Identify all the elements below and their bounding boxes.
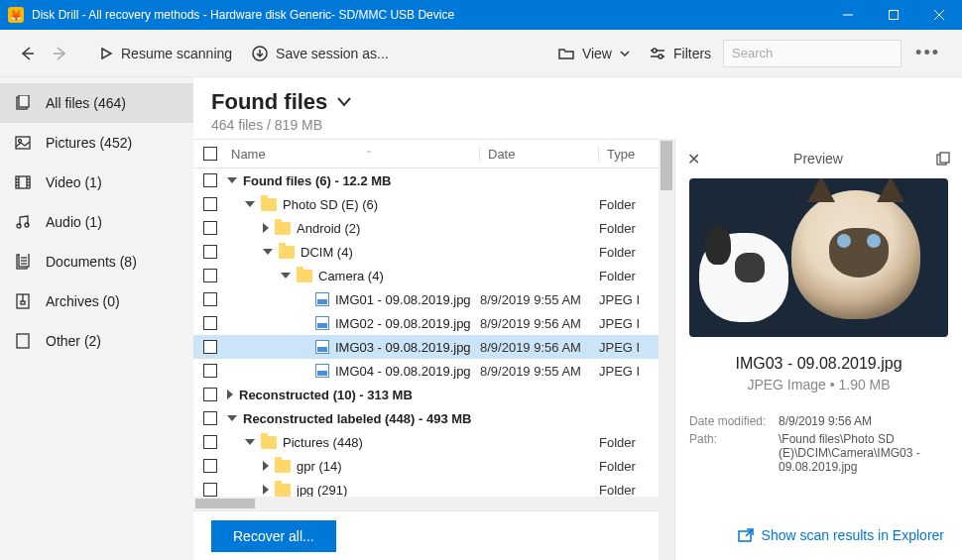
row-date: 8/9/2019 9:56 AM xyxy=(480,316,599,331)
recover-all-button[interactable]: Recover all... xyxy=(211,520,336,552)
sidebar-item-audio[interactable]: Audio (1) xyxy=(0,202,193,242)
row-checkbox[interactable] xyxy=(203,483,217,497)
collapse-icon[interactable] xyxy=(245,201,255,207)
path-value: \Found files\Photo SD (E)\DCIM\Camera\IM… xyxy=(779,432,948,474)
preview-image xyxy=(689,178,948,337)
tree-row[interactable]: Reconstructed (10) - 313 MB xyxy=(193,383,659,406)
row-checkbox[interactable] xyxy=(203,435,217,449)
footer: Recover all... xyxy=(193,510,659,560)
svg-point-25 xyxy=(25,223,29,227)
forward-button[interactable] xyxy=(46,38,75,69)
collapse-icon[interactable] xyxy=(227,177,237,183)
tree-row[interactable]: Pictures (448)Folder xyxy=(193,430,659,454)
row-type: Folder xyxy=(599,483,659,498)
picture-icon xyxy=(14,136,32,150)
row-checkbox[interactable] xyxy=(203,269,217,282)
tree-row[interactable]: jpg (291)Folder xyxy=(193,478,659,497)
column-type[interactable]: Type xyxy=(599,147,659,162)
tree-row[interactable]: gpr (14)Folder xyxy=(193,454,659,478)
audio-icon xyxy=(14,214,32,230)
row-name: IMG04 - 09.08.2019.jpg xyxy=(335,364,471,379)
preview-filename: IMG03 - 09.08.2019.jpg xyxy=(675,355,962,373)
show-in-explorer-button[interactable]: Show scan results in Explorer xyxy=(738,527,944,543)
row-type: Folder xyxy=(599,459,659,474)
row-checkbox[interactable] xyxy=(203,292,217,306)
row-checkbox[interactable] xyxy=(203,316,217,330)
sidebar-item-pictures[interactable]: Pictures (452) xyxy=(0,123,193,163)
tree-row[interactable]: Found files (6) - 12.2 MB xyxy=(193,168,659,192)
folder-icon xyxy=(279,246,295,259)
toolbar: Resume scanning Save session as... View … xyxy=(0,30,962,77)
row-name: Camera (4) xyxy=(318,269,384,283)
maximize-button[interactable] xyxy=(871,0,916,30)
row-type: Folder xyxy=(599,269,659,283)
tree-row[interactable]: IMG01 - 09.08.2019.jpg8/9/2019 9:55 AMJP… xyxy=(193,287,659,311)
resume-scanning-button[interactable]: Resume scanning xyxy=(91,38,240,69)
row-name: Photo SD (E) (6) xyxy=(283,197,378,212)
row-name: Pictures (448) xyxy=(283,435,363,450)
collapse-icon[interactable] xyxy=(281,273,291,279)
tree-row[interactable]: IMG02 - 09.08.2019.jpg8/9/2019 9:56 AMJP… xyxy=(193,311,659,335)
tree-row[interactable]: Camera (4)Folder xyxy=(193,264,659,287)
row-checkbox[interactable] xyxy=(203,173,217,187)
collapse-icon[interactable] xyxy=(227,415,237,421)
select-all-checkbox[interactable] xyxy=(203,147,217,161)
filters-button[interactable]: Filters xyxy=(642,38,719,69)
row-checkbox[interactable] xyxy=(203,340,217,354)
export-icon xyxy=(738,528,754,542)
sidebar-item-video[interactable]: Video (1) xyxy=(0,163,193,202)
tree-row[interactable]: IMG04 - 09.08.2019.jpg8/9/2019 9:55 AMJP… xyxy=(193,359,659,383)
expand-icon[interactable] xyxy=(263,461,269,471)
collapse-icon[interactable] xyxy=(263,249,273,255)
row-checkbox[interactable] xyxy=(203,197,217,211)
tree-row[interactable]: Photo SD (E) (6)Folder xyxy=(193,192,659,216)
sidebar-item-all-files[interactable]: All files (464) xyxy=(0,83,193,123)
row-checkbox[interactable] xyxy=(203,221,217,235)
row-checkbox[interactable] xyxy=(203,245,217,259)
column-name[interactable]: Name⌃ xyxy=(227,147,480,162)
document-icon xyxy=(14,254,32,270)
expand-icon[interactable] xyxy=(227,390,233,399)
tree-row[interactable]: Reconstructed labeled (448) - 493 MB xyxy=(193,406,659,430)
expand-icon[interactable] xyxy=(263,223,269,233)
column-headers: Name⌃ Date Type xyxy=(193,139,659,168)
sidebar: All files (464) Pictures (452) Video (1)… xyxy=(0,77,193,560)
tree-row[interactable]: Android (2)Folder xyxy=(193,216,659,240)
sidebar-item-archives[interactable]: Archives (0) xyxy=(0,281,193,321)
image-icon xyxy=(315,316,329,330)
expand-icon[interactable] xyxy=(263,485,269,495)
preview-filetype: JPEG Image • 1.90 MB xyxy=(675,377,962,392)
row-name: Reconstructed labeled (448) - 493 MB xyxy=(243,411,471,426)
collapse-icon[interactable] xyxy=(245,439,255,445)
row-type: Folder xyxy=(599,221,659,236)
column-date[interactable]: Date xyxy=(480,147,599,162)
row-type: JPEG I xyxy=(599,316,659,331)
back-button[interactable] xyxy=(12,38,42,69)
folder-icon xyxy=(558,47,574,60)
more-button[interactable]: ••• xyxy=(905,38,950,69)
tree-row[interactable]: DCIM (4)Folder xyxy=(193,240,659,264)
minimize-button[interactable] xyxy=(825,0,871,30)
row-checkbox[interactable] xyxy=(203,364,217,378)
chevron-down-icon[interactable] xyxy=(337,97,351,107)
svg-point-24 xyxy=(17,224,21,228)
horizontal-scrollbar[interactable] xyxy=(193,497,659,510)
view-button[interactable]: View xyxy=(550,38,638,69)
close-preview-button[interactable]: ✕ xyxy=(687,150,700,168)
sidebar-item-other[interactable]: Other (2) xyxy=(0,321,193,361)
row-type: Folder xyxy=(599,245,659,260)
row-checkbox[interactable] xyxy=(203,459,217,473)
files-icon xyxy=(14,95,32,111)
search-input[interactable]: Search xyxy=(723,40,902,67)
close-button[interactable] xyxy=(916,0,962,30)
page-title: Found files xyxy=(211,89,944,115)
row-checkbox[interactable] xyxy=(203,411,217,425)
save-session-button[interactable]: Save session as... xyxy=(244,38,397,69)
play-icon xyxy=(99,47,113,60)
copy-icon[interactable] xyxy=(936,152,950,166)
row-checkbox[interactable] xyxy=(203,388,217,401)
sidebar-item-documents[interactable]: Documents (8) xyxy=(0,242,193,281)
tree-row[interactable]: IMG03 - 09.08.2019.jpg8/9/2019 9:56 AMJP… xyxy=(193,335,659,359)
row-name: IMG03 - 09.08.2019.jpg xyxy=(335,340,471,355)
vertical-scrollbar[interactable] xyxy=(659,139,674,560)
